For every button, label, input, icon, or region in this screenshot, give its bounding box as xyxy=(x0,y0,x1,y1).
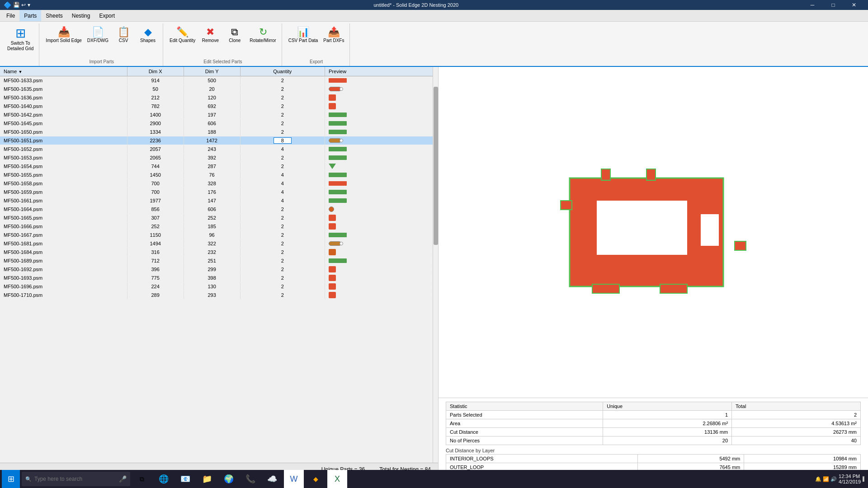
maximize-btn[interactable]: □ xyxy=(823,0,844,10)
table-row[interactable]: MF500-1681.psm14943222 xyxy=(0,239,438,248)
task-view-btn[interactable]: ⧉ xyxy=(132,470,152,488)
cell-dimy: 197 xyxy=(184,111,240,119)
table-row[interactable]: MF500-1642.psm14001972 xyxy=(0,111,438,119)
col-header-dimy[interactable]: Dim Y xyxy=(184,67,240,76)
preview-bar xyxy=(329,215,434,221)
taskbar-search-box[interactable]: 🔍 🎤 xyxy=(22,472,130,486)
edit-quantity-button[interactable]: ✏️ Edit Quantity xyxy=(168,25,197,45)
table-row[interactable]: MF500-1684.psm3162322 xyxy=(0,248,438,257)
taskbar-app5[interactable]: 📞 xyxy=(241,470,260,488)
remove-button[interactable]: ✖ Remove xyxy=(199,25,222,45)
preview-bar xyxy=(329,206,434,212)
cell-name: MF500-1640.psm xyxy=(0,102,127,111)
menu-file[interactable]: File xyxy=(2,10,19,21)
switch-detailed-grid-button[interactable]: ⊞ Switch ToDetailed Grid xyxy=(5,25,35,53)
col-header-preview[interactable]: Preview xyxy=(325,67,438,76)
dxf-dwg-button[interactable]: 📄 DXF/DWG xyxy=(85,25,110,45)
table-row[interactable]: MF500-1653.psm20653922 xyxy=(0,154,438,162)
table-row[interactable]: MF500-1633.psm9145002 xyxy=(0,76,438,85)
csv-part-data-button[interactable]: 📊 CSV Part Data xyxy=(287,25,320,45)
import-solid-edge-button[interactable]: 📥 Import Solid Edge xyxy=(44,25,84,45)
taskbar-explorer[interactable]: 📁 xyxy=(197,470,217,488)
table-row[interactable]: MF500-1654.psm7442872 xyxy=(0,162,438,171)
menu-nesting[interactable]: Nesting xyxy=(67,10,95,21)
table-row[interactable]: MF500-1666.psm2521852 xyxy=(0,222,438,231)
preview-bar xyxy=(329,189,434,195)
table-row[interactable]: MF500-1661.psm19771474 xyxy=(0,197,438,205)
csv-part-label: CSV Part Data xyxy=(288,38,318,43)
remove-icon: ✖ xyxy=(206,27,214,37)
preview-bar xyxy=(329,155,434,161)
stats-cell-label: No of Pierces xyxy=(446,436,603,445)
show-desktop[interactable]: | xyxy=(863,476,864,482)
stats-panel: Statistic Unique Total Parts Selected12A… xyxy=(439,398,868,475)
clone-button[interactable]: ⧉ Clone xyxy=(223,25,246,45)
cell-qty[interactable] xyxy=(240,136,325,145)
start-button[interactable]: ⊞ xyxy=(2,470,20,488)
search-icon: 🔍 xyxy=(25,476,32,482)
cell-preview xyxy=(325,239,438,248)
table-row[interactable]: MF500-1636.psm2121202 xyxy=(0,94,438,102)
taskbar-se[interactable]: ◆ xyxy=(306,470,326,488)
part-dxfs-icon: 📤 xyxy=(328,27,340,37)
taskbar-outlook[interactable]: 📧 xyxy=(175,470,195,488)
rotate-mirror-button[interactable]: ↻ Rotate/Mirror xyxy=(248,25,278,45)
cell-name: MF500-1661.psm xyxy=(0,197,127,205)
taskbar-word[interactable]: W xyxy=(284,470,304,488)
menu-export[interactable]: Export xyxy=(94,10,119,21)
csv-button[interactable]: 📋 CSV xyxy=(112,25,135,45)
qty-input[interactable] xyxy=(274,137,292,144)
table-row[interactable]: MF500-1659.psm7001764 xyxy=(0,188,438,197)
cell-dimy: 606 xyxy=(184,205,240,214)
col-header-qty[interactable]: Quantity xyxy=(240,67,325,76)
remove-label: Remove xyxy=(202,38,219,43)
table-row[interactable]: MF500-1664.psm8566062 xyxy=(0,205,438,214)
taskbar-excel[interactable]: X xyxy=(327,470,347,488)
cell-preview xyxy=(325,179,438,188)
table-row[interactable]: MF500-1650.psm13341882 xyxy=(0,128,438,136)
stats-col-unique: Unique xyxy=(603,402,732,411)
cell-dimx: 316 xyxy=(127,248,184,257)
table-row[interactable]: MF500-1696.psm2241302 xyxy=(0,282,438,291)
close-btn[interactable]: ✕ xyxy=(844,0,864,10)
table-row[interactable]: MF500-1645.psm29006062 xyxy=(0,119,438,128)
preview-bar xyxy=(329,146,434,152)
table-row[interactable]: MF500-1710.psm2892932 xyxy=(0,291,438,300)
cell-preview xyxy=(325,154,438,162)
cell-dimx: 2236 xyxy=(127,136,184,145)
preview-bar xyxy=(329,120,434,127)
minimize-btn[interactable]: ─ xyxy=(802,0,823,10)
search-input[interactable] xyxy=(34,476,116,482)
scrollbar-thumb[interactable] xyxy=(434,87,438,245)
col-header-dimx[interactable]: Dim X xyxy=(127,67,184,76)
vertical-scrollbar[interactable] xyxy=(433,67,438,463)
table-row[interactable]: MF500-1658.psm7003284 xyxy=(0,179,438,188)
window-controls: ─ □ ✕ xyxy=(802,0,864,10)
cell-qty: 2 xyxy=(240,291,325,300)
menu-parts[interactable]: Parts xyxy=(19,10,41,21)
cell-qty: 2 xyxy=(240,265,325,274)
cell-preview xyxy=(325,214,438,222)
cell-dimx: 212 xyxy=(127,94,184,102)
table-row[interactable]: MF500-1667.psm1150962 xyxy=(0,231,438,239)
shapes-button[interactable]: ◆ Shapes xyxy=(137,25,159,45)
stats-cell-unique: 13136 mm xyxy=(603,428,732,436)
part-dxfs-button[interactable]: 📤 Part DXFs xyxy=(321,25,346,45)
taskbar-app6[interactable]: ☁️ xyxy=(262,470,282,488)
cell-qty: 4 xyxy=(240,188,325,197)
cell-name: MF500-1664.psm xyxy=(0,205,127,214)
table-row[interactable]: MF500-1652.psm20572434 xyxy=(0,145,438,154)
cell-dimx: 1334 xyxy=(127,128,184,136)
menu-sheets[interactable]: Sheets xyxy=(41,10,67,21)
table-row[interactable]: MF500-1665.psm3072522 xyxy=(0,214,438,222)
col-header-name[interactable]: Name ▼ xyxy=(0,67,127,76)
taskbar-ie[interactable]: 🌐 xyxy=(154,470,174,488)
table-row[interactable]: MF500-1651.psm22361472 xyxy=(0,136,438,145)
table-row[interactable]: MF500-1692.psm3962992 xyxy=(0,265,438,274)
taskbar-chrome[interactable]: 🌍 xyxy=(219,470,239,488)
table-row[interactable]: MF500-1655.psm1450764 xyxy=(0,171,438,179)
table-row[interactable]: MF500-1693.psm7753982 xyxy=(0,274,438,282)
table-row[interactable]: MF500-1689.psm7122512 xyxy=(0,257,438,265)
table-row[interactable]: MF500-1640.psm7826922 xyxy=(0,102,438,111)
table-row[interactable]: MF500-1635.psm50202 xyxy=(0,85,438,94)
